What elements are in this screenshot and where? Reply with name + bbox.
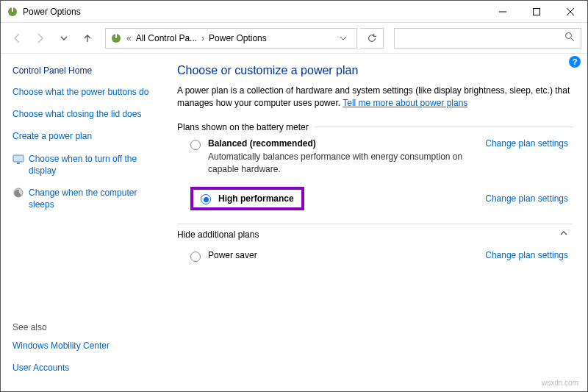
svg-rect-11 <box>17 163 20 164</box>
breadcrumb-back[interactable]: « <box>126 33 132 43</box>
watermark: wsxdn.com <box>542 379 578 387</box>
change-plan-settings-link[interactable]: Change plan settings <box>485 138 568 149</box>
display-icon <box>12 153 24 165</box>
svg-point-8 <box>566 33 572 39</box>
nav-toolbar: « All Control Pa... › Power Options <box>1 23 587 54</box>
main-panel: Choose or customize a power plan A power… <box>167 54 587 391</box>
sleep-icon <box>12 187 24 199</box>
search-icon <box>564 32 575 44</box>
page-heading: Choose or customize a power plan <box>177 64 573 77</box>
breadcrumb-item[interactable]: Power Options <box>209 33 267 43</box>
svg-rect-7 <box>115 34 117 38</box>
svg-line-9 <box>571 38 574 41</box>
recent-dropdown[interactable] <box>54 28 74 49</box>
close-button[interactable] <box>553 1 587 23</box>
plan-power-saver[interactable]: Power saver Change plan settings <box>177 244 573 268</box>
minimize-button[interactable] <box>486 1 520 23</box>
titlebar: Power Options <box>1 1 587 23</box>
plan-description: Automatically balances performance with … <box>208 151 478 176</box>
change-plan-settings-link[interactable]: Change plan settings <box>485 250 568 260</box>
svg-rect-3 <box>534 8 540 15</box>
address-dropdown[interactable] <box>334 34 352 43</box>
window-title: Power Options <box>23 7 486 17</box>
sidebar: Control Panel Home Choose what the power… <box>1 54 167 391</box>
sidebar-link[interactable]: User Accounts <box>12 362 159 374</box>
address-bar[interactable]: « All Control Pa... › Power Options <box>105 28 357 49</box>
plans-group-legend: Plans shown on the battery meter <box>177 122 315 132</box>
sidebar-link[interactable]: Choose when to turn off the display <box>29 153 159 177</box>
plan-name: Balanced (recommended) <box>208 138 478 149</box>
radio-icon[interactable] <box>190 252 201 262</box>
back-button[interactable] <box>7 28 27 49</box>
power-options-icon <box>110 32 122 44</box>
svg-rect-10 <box>13 155 24 162</box>
up-button[interactable] <box>77 28 98 49</box>
page-description: A power plan is a collection of hardware… <box>177 85 573 110</box>
sidebar-link[interactable]: Windows Mobility Center <box>12 340 159 352</box>
plans-group: Plans shown on the battery meter Balance… <box>177 122 573 217</box>
plan-high-performance[interactable]: High performance Change plan settings <box>177 181 573 216</box>
control-panel-home-link[interactable]: Control Panel Home <box>12 65 159 76</box>
plan-name: Power saver <box>208 250 478 260</box>
chevron-up-icon <box>559 229 568 240</box>
sidebar-link[interactable]: Choose what closing the lid does <box>12 108 159 120</box>
see-also-heading: See also <box>12 322 159 332</box>
learn-more-link[interactable]: Tell me more about power plans <box>343 98 467 108</box>
hide-additional-plans-toggle[interactable]: Hide additional plans <box>177 224 573 244</box>
svg-rect-1 <box>12 7 13 12</box>
power-options-icon <box>7 6 18 18</box>
forward-button[interactable] <box>30 28 51 49</box>
search-box[interactable] <box>394 28 581 49</box>
sidebar-link[interactable]: Choose what the power buttons do <box>12 86 159 98</box>
chevron-right-icon: › <box>201 33 204 43</box>
plan-balanced[interactable]: Balanced (recommended) Automatically bal… <box>177 132 573 182</box>
sidebar-link[interactable]: Create a power plan <box>12 130 159 142</box>
sidebar-link[interactable]: Change when the computer sleeps <box>29 187 159 210</box>
highlight-box: High performance <box>190 187 304 210</box>
breadcrumb-item[interactable]: All Control Pa... <box>136 33 197 43</box>
plan-name: High performance <box>218 193 294 204</box>
change-plan-settings-link[interactable]: Change plan settings <box>485 193 568 204</box>
refresh-button[interactable] <box>360 28 384 49</box>
radio-icon[interactable] <box>201 194 211 204</box>
window-controls <box>486 1 587 23</box>
maximize-button[interactable] <box>520 1 553 23</box>
radio-icon[interactable] <box>190 140 201 150</box>
